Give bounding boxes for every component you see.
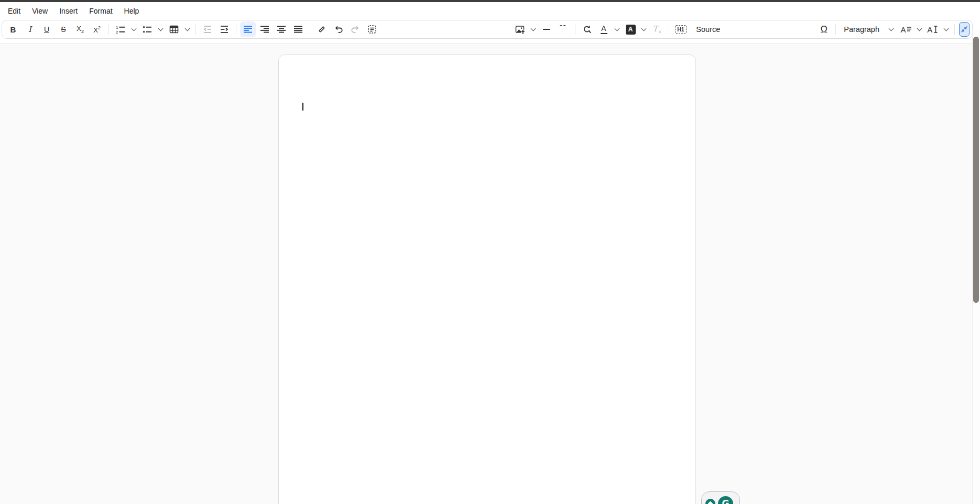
align-right-button[interactable]	[257, 21, 273, 37]
chevron-down-icon	[132, 26, 137, 31]
chevron-down-icon	[888, 26, 894, 31]
insert-image-button[interactable]	[512, 21, 528, 37]
align-right-icon	[259, 24, 270, 35]
special-characters-button[interactable]: Ω	[816, 21, 832, 37]
ai-assistant-dropdown[interactable]	[942, 21, 951, 37]
svg-text:1: 1	[116, 25, 118, 30]
editor-content-area: G	[0, 44, 972, 504]
source-label: Source	[696, 25, 720, 34]
text-caret	[302, 103, 303, 111]
block-quote-button[interactable]: “	[556, 21, 571, 37]
chevron-down-icon	[158, 26, 164, 31]
horizontal-line-button[interactable]	[539, 21, 554, 37]
source-editing-button[interactable]: Source	[690, 21, 723, 37]
outdent-button[interactable]	[200, 21, 215, 37]
font-size-dropdown[interactable]	[915, 21, 924, 37]
toolbar-separator	[310, 24, 310, 35]
italic-icon: I	[28, 25, 31, 34]
find-replace-button[interactable]	[579, 21, 595, 37]
bulleted-list-icon	[142, 24, 153, 35]
table-icon	[169, 24, 179, 35]
align-center-button[interactable]	[274, 21, 289, 37]
font-color-icon: A	[601, 25, 607, 34]
strikethrough-button[interactable]: S	[56, 21, 71, 37]
underline-icon: U	[44, 25, 49, 34]
undo-button[interactable]	[331, 21, 346, 37]
link-icon	[317, 24, 327, 35]
horizontal-line-icon	[541, 24, 552, 35]
toolbar-separator	[108, 24, 109, 35]
chevron-down-icon	[615, 26, 620, 31]
toolbar-separator	[954, 24, 955, 35]
font-size-bars-icon	[907, 26, 911, 32]
ai-icon: A	[927, 25, 933, 34]
toolbar-separator	[669, 24, 669, 35]
indent-icon	[219, 24, 230, 35]
remove-format-button[interactable]: T×	[649, 21, 665, 37]
chevron-down-icon	[917, 26, 922, 31]
menu-edit[interactable]: Edit	[2, 4, 26, 18]
align-center-icon	[276, 24, 287, 35]
subscript-button[interactable]: X2	[72, 21, 88, 37]
bold-icon: B	[10, 25, 16, 34]
numbered-list-dropdown[interactable]	[129, 21, 138, 37]
select-all-icon	[367, 24, 377, 35]
select-all-button[interactable]	[364, 21, 380, 37]
indent-button[interactable]	[216, 21, 232, 37]
menu-bar: Edit View Insert Format Help	[0, 2, 980, 20]
sparkle-badge	[705, 499, 715, 504]
numbered-list-button[interactable]: 1 2	[113, 21, 128, 37]
strikethrough-icon: S	[61, 25, 66, 34]
italic-button[interactable]: I	[22, 21, 38, 37]
paragraph-style-dropdown[interactable]: Paragraph	[839, 21, 897, 37]
find-replace-icon	[582, 24, 592, 35]
image-upload-icon	[515, 24, 525, 35]
link-button[interactable]	[314, 21, 330, 37]
insert-table-button[interactable]	[166, 21, 182, 37]
underline-button[interactable]: U	[39, 21, 55, 37]
font-background-color-icon: A	[626, 25, 636, 35]
redo-icon	[350, 24, 361, 35]
font-background-color-dropdown[interactable]	[639, 21, 648, 37]
chevron-down-icon	[185, 26, 190, 31]
menu-help[interactable]: Help	[118, 4, 145, 18]
exit-fullscreen-icon	[960, 25, 969, 34]
insert-image-dropdown[interactable]	[529, 21, 538, 37]
svg-text:2: 2	[116, 30, 118, 35]
toolbar-separator	[195, 24, 196, 35]
font-color-dropdown[interactable]	[613, 21, 622, 37]
bulleted-list-button[interactable]	[139, 21, 155, 37]
undo-icon	[333, 24, 344, 35]
superscript-button[interactable]: X2	[89, 21, 105, 37]
omega-icon: Ω	[821, 24, 827, 35]
toolbar-separator	[835, 24, 836, 35]
bold-button[interactable]: B	[5, 21, 21, 37]
font-background-color-button[interactable]: A	[623, 21, 638, 37]
vertical-scrollbar-thumb[interactable]	[973, 37, 979, 303]
bulleted-list-dropdown[interactable]	[156, 21, 165, 37]
font-size-icon: A	[901, 25, 906, 34]
remove-format-icon: T×	[652, 24, 662, 35]
font-size-button[interactable]: A	[898, 21, 914, 37]
heading-h1-icon: H1	[675, 25, 686, 34]
superscript-icon: X2	[93, 25, 101, 34]
align-left-button[interactable]	[240, 21, 256, 37]
menu-view[interactable]: View	[26, 4, 53, 18]
grammarly-widget[interactable]: G	[701, 491, 740, 504]
font-color-button[interactable]: A	[596, 21, 612, 37]
document-page[interactable]	[278, 54, 696, 504]
block-quote-icon: “	[559, 25, 568, 34]
chevron-down-icon	[943, 26, 949, 31]
editor-app: Edit View Insert Format Help B I U S X2 …	[0, 0, 980, 504]
heading-h1-button[interactable]: H1	[673, 21, 689, 37]
diamond-icon	[708, 501, 713, 504]
numbered-list-icon: 1 2	[115, 24, 126, 35]
toolbar-separator	[236, 24, 236, 35]
ai-assistant-button[interactable]: A	[925, 21, 941, 37]
menu-insert[interactable]: Insert	[53, 4, 83, 18]
table-dropdown[interactable]	[183, 21, 192, 37]
align-justify-button[interactable]	[290, 21, 306, 37]
fullscreen-toggle-button[interactable]	[959, 22, 970, 37]
redo-button[interactable]	[347, 21, 363, 37]
menu-format[interactable]: Format	[83, 4, 118, 18]
